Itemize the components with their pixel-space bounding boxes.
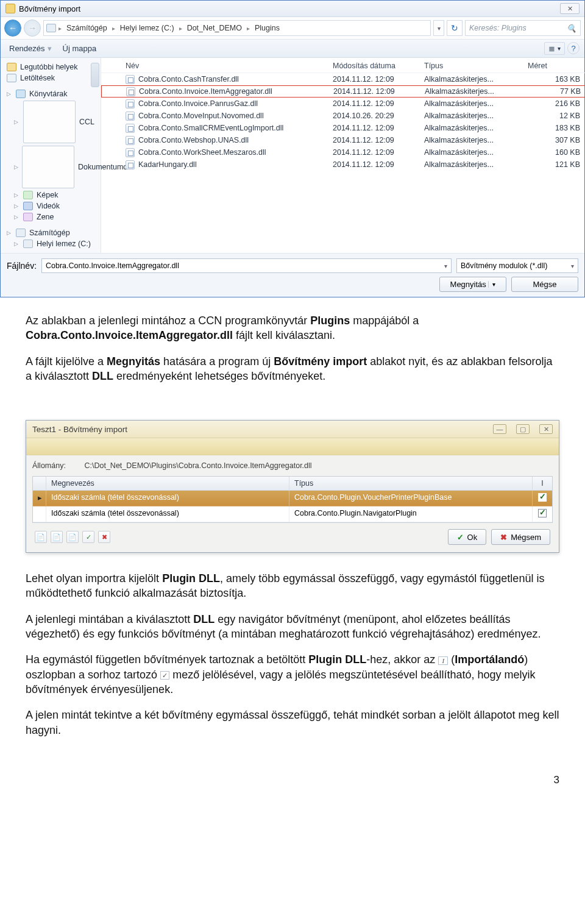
dll-icon xyxy=(126,124,135,133)
close-icon[interactable]: ✕ xyxy=(560,3,580,14)
sidebar-item-computer[interactable]: ▷Számítógép xyxy=(5,227,101,238)
file-type: Alkalmazáskiterjes... xyxy=(424,112,528,120)
file-row[interactable]: Cobra.Conto.MoveInput.Novomed.dll2014.10… xyxy=(101,110,585,122)
paragraph: A jelen mintát tekintve a két bővítmény … xyxy=(26,708,559,737)
col-import[interactable]: I xyxy=(533,477,552,490)
file-row[interactable]: Cobra.Conto.CashTransfer.dll2014.11.12. … xyxy=(101,73,585,85)
file-date: 2014.11.12. 12:09 xyxy=(333,160,424,169)
dll-icon xyxy=(126,75,135,84)
expand-icon[interactable]: ▷ xyxy=(7,91,12,97)
plugin-name: Időszaki számla (tétel összevonással) xyxy=(46,506,289,522)
file-path-row: Állomány: C:\Dot_Net_DEMO\Plugins\Cobra.… xyxy=(32,461,553,470)
organize-menu[interactable]: Rendezés ▾ xyxy=(5,43,55,54)
breadcrumb-item[interactable]: Helyi lemez (C:) xyxy=(118,24,177,32)
nav-forward-button[interactable]: → xyxy=(24,20,41,37)
file-size: 121 KB xyxy=(528,160,585,169)
breadcrumb-item[interactable]: Plugins xyxy=(252,24,282,32)
file-type: Alkalmazáskiterjes... xyxy=(425,87,528,96)
import-checkbox[interactable] xyxy=(533,506,552,522)
file-list: Név Módosítás dátuma Típus Méret Cobra.C… xyxy=(101,58,585,253)
expand-icon[interactable]: ▷ xyxy=(7,230,12,236)
cancel-button[interactable]: Mégse xyxy=(511,277,578,292)
computer-icon xyxy=(16,229,26,237)
col-modified[interactable]: Módosítás dátuma xyxy=(333,62,424,70)
close-icon[interactable]: ✕ xyxy=(539,424,553,434)
col-type[interactable]: Típus xyxy=(289,477,533,490)
open-button[interactable]: Megnyitás ▾ xyxy=(439,277,506,292)
expand-icon[interactable]: ▷ xyxy=(14,119,20,125)
plugin-row[interactable]: ▸Időszaki számla (tétel összevonással)Co… xyxy=(33,491,552,506)
plugin-row[interactable]: Időszaki számla (tétel összevonással)Cob… xyxy=(33,506,552,522)
file-type: Alkalmazáskiterjes... xyxy=(424,75,528,84)
sidebar-item-lib[interactable]: ▷Videók xyxy=(5,201,101,211)
col-name[interactable]: Név xyxy=(126,62,333,70)
dll-icon xyxy=(126,148,135,157)
file-date: 2014.11.12. 12:09 xyxy=(333,124,424,132)
row-marker: ▸ xyxy=(33,491,46,506)
sidebar-item-lib[interactable]: ▷CCL xyxy=(5,99,101,144)
col-type[interactable]: Típus xyxy=(424,62,528,70)
sidebar-item-recent[interactable]: Legutóbbi helyek xyxy=(5,62,101,73)
file-row[interactable]: Cobra.Conto.Invoice.ItemAggregator.dll20… xyxy=(101,85,585,98)
tool-icon[interactable]: 📄 xyxy=(51,531,63,543)
minimize-icon[interactable]: — xyxy=(493,424,506,434)
nav-back-button[interactable]: ← xyxy=(4,20,21,37)
col-size[interactable]: Méret xyxy=(528,62,585,70)
expand-icon[interactable]: ▷ xyxy=(14,192,20,198)
plugin-name: Időszaki számla (tétel összevonással) xyxy=(46,491,289,506)
sidebar-item-lib[interactable]: ▷Képek xyxy=(5,190,101,201)
breadcrumb[interactable]: ▸ Számítógép ▸ Helyi lemez (C:) ▸ Dot_Ne… xyxy=(43,20,431,36)
chevron-down-icon[interactable]: ▾ xyxy=(444,263,447,269)
page-number: 3 xyxy=(0,774,585,786)
filename-input[interactable]: Cobra.Conto.Invoice.ItemAggregator.dll ▾ xyxy=(41,258,452,273)
tool-icon[interactable]: 📄 xyxy=(66,531,79,543)
chevron-right-icon: ▸ xyxy=(247,25,250,32)
breadcrumb-item[interactable]: Dot_Net_DEMO xyxy=(185,24,244,32)
import-checkbox[interactable] xyxy=(533,491,552,506)
refresh-button[interactable]: ↻ xyxy=(447,20,463,36)
chevron-right-icon: ▸ xyxy=(58,25,62,32)
expand-icon[interactable]: ▷ xyxy=(14,214,20,220)
tool-icon[interactable]: 📄 xyxy=(35,531,47,543)
dll-icon xyxy=(126,112,135,121)
view-mode-button[interactable]: ≣ ▾ xyxy=(544,42,565,55)
chevron-down-icon: ▾ xyxy=(571,263,574,269)
expand-icon[interactable]: ▷ xyxy=(14,241,20,247)
file-name: Cobra.Conto.WorkSheet.Meszaros.dll xyxy=(138,148,266,157)
file-name: Cobra.Conto.CashTransfer.dll xyxy=(138,75,239,84)
breadcrumb-dropdown[interactable]: ▾ xyxy=(433,20,444,36)
file-row[interactable]: Cobra.Conto.Webshop.UNAS.dll2014.11.12. … xyxy=(101,134,585,146)
help-button[interactable]: ? xyxy=(567,42,580,54)
sidebar-item-libraries[interactable]: ▷Könyvtárak xyxy=(5,88,101,99)
col-name[interactable]: Megnevezés xyxy=(46,477,289,490)
music-icon xyxy=(23,213,33,221)
expand-icon[interactable]: ▷ xyxy=(14,164,18,170)
file-row[interactable]: Cobra.Conto.SmallCRMEventLogImport.dll20… xyxy=(101,122,585,134)
sidebar-item-lib[interactable]: ▷Dokumentumok xyxy=(5,144,101,190)
file-row[interactable]: Cobra.Conto.WorkSheet.Meszaros.dll2014.1… xyxy=(101,146,585,158)
cancel-button[interactable]: ✖Mégsem xyxy=(491,529,550,545)
filetype-select[interactable]: Bővítmény modulok (*.dll) ▾ xyxy=(456,258,578,273)
file-name: Cobra.Conto.Invoice.ItemAggregator.dll xyxy=(139,87,272,96)
paragraph: Lehet olyan importra kijelölt Plugin DLL… xyxy=(26,571,559,601)
new-folder-button[interactable]: Új mappa xyxy=(59,43,101,54)
file-type: Alkalmazáskiterjes... xyxy=(424,136,528,144)
sidebar-item-lib[interactable]: ▷Zene xyxy=(5,211,101,222)
folder-icon xyxy=(23,101,76,143)
file-row[interactable]: KadarHungary.dll2014.11.12. 12:09Alkalma… xyxy=(101,158,585,171)
column-headers[interactable]: Név Módosítás dátuma Típus Méret xyxy=(101,58,585,73)
window-toolbar xyxy=(26,438,559,455)
scrollbar-thumb[interactable] xyxy=(91,63,99,87)
tool-icon[interactable]: ✓ xyxy=(82,531,94,543)
maximize-icon[interactable]: ▢ xyxy=(516,424,530,434)
expand-icon[interactable]: ▷ xyxy=(14,203,20,209)
ok-button[interactable]: ✓Ok xyxy=(448,529,487,545)
search-input[interactable]: Keresés: Plugins 🔍 xyxy=(465,20,581,36)
file-row[interactable]: Cobra.Conto.Invoice.PanrusGaz.dll2014.11… xyxy=(101,98,585,110)
grid-header[interactable]: Megnevezés Típus I xyxy=(33,477,552,491)
tool-icon[interactable]: ✖ xyxy=(98,531,110,543)
sidebar-item-downloads[interactable]: Letöltések xyxy=(5,73,101,84)
paragraph: A fájlt kijelölve a Megnyitás hatására a… xyxy=(26,354,559,384)
sidebar-item-drive[interactable]: ▷Helyi lemez (C:) xyxy=(5,238,101,249)
breadcrumb-item[interactable]: Számítógép xyxy=(64,24,110,32)
